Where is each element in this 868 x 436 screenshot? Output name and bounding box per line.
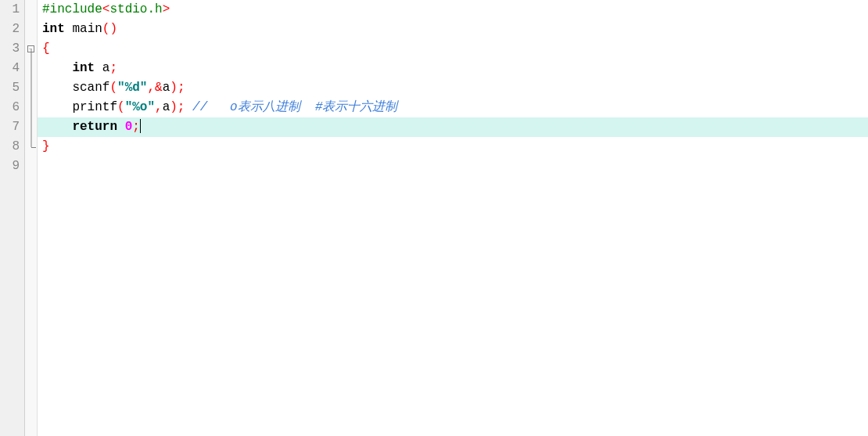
- keyword-token: int: [72, 61, 95, 75]
- semicolon-token: ;: [178, 81, 185, 95]
- semicolon-token: ;: [132, 120, 140, 134]
- header-token: stdio.h: [109, 2, 162, 16]
- line-number: 6: [0, 98, 24, 117]
- code-line-9[interactable]: [38, 157, 868, 176]
- indent: [42, 61, 72, 75]
- indent: [42, 100, 72, 114]
- keyword-token: return: [72, 120, 117, 134]
- paren-token: ): [170, 100, 178, 114]
- fold-cell: [25, 0, 37, 20]
- function-call-token: scanf: [72, 81, 109, 95]
- brace-token: }: [42, 139, 50, 153]
- code-line-4[interactable]: int a;: [38, 59, 868, 78]
- line-number-gutter: 1 2 3 4 5 6 7 8 9: [0, 0, 25, 436]
- text-caret: [140, 119, 141, 133]
- angle-bracket-token: <: [102, 2, 110, 16]
- space: [117, 120, 125, 134]
- line-number: 2: [0, 20, 24, 39]
- fold-cell: [25, 78, 37, 98]
- identifier-token: a: [163, 100, 170, 114]
- function-name-token: main: [72, 22, 102, 36]
- fold-guide-icon: [30, 98, 31, 117]
- semicolon-token: ;: [109, 61, 117, 75]
- comment-token: // o表示八进制 #表示十六进制: [192, 100, 397, 114]
- fold-cell: [25, 20, 37, 39]
- number-token: 0: [125, 120, 133, 134]
- fold-guide-icon: [30, 49, 31, 59]
- paren-token: (: [102, 22, 110, 36]
- line-number: 5: [0, 78, 24, 98]
- comma-token: ,: [147, 81, 155, 95]
- code-line-2[interactable]: int main(): [38, 20, 868, 39]
- code-line-6[interactable]: printf("%o",a); // o表示八进制 #表示十六进制: [38, 98, 868, 117]
- space: [65, 22, 73, 36]
- code-line-3[interactable]: {: [38, 39, 868, 59]
- indent: [42, 120, 72, 134]
- comma-token: ,: [155, 100, 163, 114]
- string-token: "%d": [117, 81, 147, 95]
- space: [185, 100, 192, 114]
- angle-bracket-token: >: [163, 2, 170, 16]
- space: [95, 61, 102, 75]
- fold-guide-icon: [30, 59, 31, 78]
- fold-cell: [25, 137, 37, 157]
- code-line-5[interactable]: scanf("%d",&a);: [38, 78, 868, 98]
- fold-toggle[interactable]: −: [25, 39, 37, 59]
- code-line-7[interactable]: return 0;: [38, 117, 868, 137]
- preprocessor-token: #include: [42, 2, 102, 16]
- function-call-token: printf: [72, 100, 117, 114]
- line-number: 7: [0, 117, 24, 137]
- fold-end-icon: [31, 147, 36, 148]
- ampersand-token: &: [155, 81, 163, 95]
- fold-column: −: [25, 0, 38, 436]
- identifier-token: a: [163, 81, 170, 95]
- keyword-token: int: [42, 22, 65, 36]
- string-token: "%o": [125, 100, 155, 114]
- brace-token: {: [42, 41, 50, 56]
- fold-guide-icon: [30, 117, 31, 137]
- paren-token: (: [109, 81, 117, 95]
- paren-token: ): [170, 81, 178, 95]
- code-line-8[interactable]: }: [38, 137, 868, 157]
- fold-cell: [25, 157, 37, 176]
- paren-token: (: [117, 100, 125, 114]
- line-number: 8: [0, 137, 24, 157]
- fold-cell: [25, 117, 37, 137]
- paren-token: ): [109, 22, 117, 36]
- fold-guide-icon: [30, 137, 31, 147]
- code-area[interactable]: #include<stdio.h> int main() { int a; sc…: [38, 0, 868, 436]
- line-number: 4: [0, 59, 24, 78]
- line-number: 3: [0, 39, 24, 59]
- line-number: 1: [0, 0, 24, 20]
- code-editor: 1 2 3 4 5 6 7 8 9 − #include<stdio.h> in…: [0, 0, 868, 436]
- fold-guide-icon: [30, 78, 31, 98]
- code-line-1[interactable]: #include<stdio.h>: [38, 0, 868, 20]
- line-number: 9: [0, 157, 24, 176]
- fold-cell: [25, 98, 37, 117]
- identifier-token: a: [102, 61, 110, 75]
- indent: [42, 81, 72, 95]
- fold-cell: [25, 59, 37, 78]
